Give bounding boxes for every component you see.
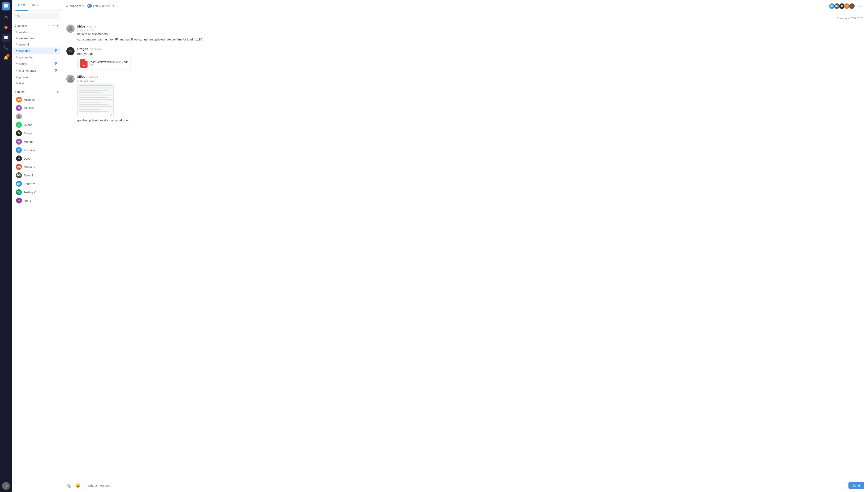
tab-chat[interactable]: Chat bbox=[16, 0, 28, 11]
channel-label: safety bbox=[19, 62, 27, 66]
search-input[interactable] bbox=[15, 13, 59, 19]
message-group-milos-2: Milos 10:25 AM (708) 726-4252 bbox=[66, 75, 864, 124]
header-more-count: +9 bbox=[849, 3, 855, 9]
channel-label: random bbox=[19, 30, 29, 34]
phone-badge-icon bbox=[87, 4, 92, 8]
attachment-icon[interactable]: 📎 bbox=[66, 482, 72, 489]
doc-line bbox=[79, 104, 108, 105]
channels-collapse-icon[interactable]: ▾ bbox=[56, 23, 59, 28]
channel-item-dispatch[interactable]: # dispatch bbox=[13, 48, 60, 54]
user-avatar-unknown bbox=[16, 114, 22, 119]
tab-sms[interactable]: SMS bbox=[28, 0, 40, 11]
header-avatars: BV DB D IT +9 bbox=[829, 3, 855, 9]
pdf-type: PDF bbox=[89, 64, 127, 66]
user-avatar-bottom[interactable]: TV bbox=[2, 482, 10, 490]
message-text-2: can someone reach out to NFI and see if … bbox=[77, 37, 864, 42]
channels-section-header: Channels ⋯ + ▾ bbox=[12, 22, 61, 29]
notification-badge: 8 bbox=[6, 54, 9, 57]
admins-menu-icon[interactable]: ⋯ bbox=[51, 90, 55, 94]
user-avatar-dragan: D bbox=[16, 130, 22, 136]
user-label: Dave B. bbox=[24, 174, 34, 177]
hash-icon: # bbox=[16, 62, 18, 66]
message-content-milos-2: Milos 10:25 AM (708) 726-4252 bbox=[77, 75, 864, 124]
admins-collapse-icon[interactable]: ▾ bbox=[56, 90, 59, 94]
user-item-marko-b[interactable]: MB Marko B. bbox=[13, 163, 60, 171]
message-content-dragan: Dragan 10:22 AM here you go PDF LoadConf… bbox=[77, 47, 864, 71]
svg-point-4 bbox=[7, 6, 7, 6]
nav-chat-icon[interactable]: 💬 bbox=[2, 34, 10, 42]
user-label: Dragan bbox=[24, 132, 33, 135]
user-item-jelena[interactable]: J Jelena bbox=[13, 121, 60, 129]
svg-point-5 bbox=[18, 115, 20, 117]
admins-header-actions: ⋯ ▾ bbox=[51, 90, 59, 94]
channels-add-icon[interactable]: + bbox=[53, 23, 55, 28]
pdf-file-icon: PDF bbox=[80, 59, 88, 68]
nav-shield-icon[interactable] bbox=[2, 24, 10, 32]
user-avatar-marko-b: MB bbox=[16, 164, 22, 170]
user-label: Boban V. bbox=[24, 182, 35, 186]
channel-item-general[interactable]: # general bbox=[13, 41, 60, 47]
user-item-unknown[interactable] bbox=[13, 112, 60, 121]
channels-menu-icon[interactable]: ⋯ bbox=[48, 23, 52, 28]
user-item-dave[interactable]: D Dave bbox=[13, 154, 60, 163]
pdf-info: LoadConfirmation13151095.pdf PDF bbox=[89, 60, 127, 66]
user-item-martina[interactable]: M Martina bbox=[13, 138, 60, 146]
pdf-name: LoadConfirmation13151095.pdf bbox=[89, 60, 127, 64]
doc-preview bbox=[77, 83, 114, 113]
channel-item-work-orders[interactable]: # work-orders bbox=[13, 35, 60, 41]
user-item-milan[interactable]: MM Milan M. bbox=[13, 96, 60, 104]
channel-item-test[interactable]: # test bbox=[13, 80, 60, 86]
check-icon: ✓ bbox=[109, 32, 111, 36]
user-item-dragan[interactable]: D Dragan bbox=[13, 129, 60, 137]
emoji-icon[interactable]: 😊 bbox=[75, 482, 81, 489]
check-icon: ✓ bbox=[204, 38, 206, 41]
send-button[interactable]: Send bbox=[848, 482, 864, 489]
channel-item-safety[interactable]: # safety bbox=[13, 60, 60, 67]
message-time: 10:25 AM bbox=[87, 75, 98, 78]
tabs-header: Chat SMS bbox=[12, 0, 61, 11]
doc-line bbox=[79, 102, 101, 102]
message-input[interactable] bbox=[84, 482, 846, 489]
message-time: 6:59 AM bbox=[87, 25, 96, 28]
chat-header: # dispatch (708) 787-2995 BV DB D IT +9 bbox=[62, 0, 868, 12]
doc-line bbox=[79, 106, 114, 107]
user-item-mitchell[interactable]: M Mitchell bbox=[13, 104, 60, 112]
user-label: Marko B. bbox=[24, 165, 35, 169]
doc-line bbox=[79, 95, 114, 96]
svg-point-9 bbox=[69, 77, 72, 79]
doc-line bbox=[79, 99, 114, 100]
image-attachment[interactable]: ✓ bbox=[77, 83, 114, 117]
message-sender: Dragan bbox=[77, 47, 88, 51]
user-avatar-igor-s: IS bbox=[16, 198, 22, 203]
channels-header-actions: ⋯ + ▾ bbox=[48, 23, 59, 28]
channel-item-accounting[interactable]: # accounting bbox=[13, 54, 60, 60]
chat-header-channel: # dispatch bbox=[66, 4, 84, 8]
hash-icon: # bbox=[16, 43, 18, 46]
user-label: Mitchell bbox=[24, 106, 34, 110]
chat-messages: Tuesday - 07/18/2023 Milos 6:59 AM (708)… bbox=[62, 12, 868, 479]
doc-line bbox=[79, 97, 108, 98]
pdf-attachment[interactable]: PDF LoadConfirmation13151095.pdf PDF bbox=[77, 57, 130, 70]
header-menu-button[interactable]: ≡ bbox=[857, 3, 864, 9]
channel-item-private[interactable]: # private bbox=[13, 74, 60, 80]
message-content-milos-1: Milos 6:59 AM (708) 726-4252 hello to al… bbox=[77, 25, 864, 43]
user-item-boban-v[interactable]: BV Boban V. bbox=[13, 180, 60, 188]
doc-line bbox=[79, 111, 108, 112]
user-item-igor-s[interactable]: IS Igor S. bbox=[13, 196, 60, 205]
user-item-dave-b[interactable]: DB Dave B. bbox=[13, 171, 60, 179]
user-item-vistracks[interactable]: V Vistracks bbox=[13, 146, 60, 154]
user-item-testing-v[interactable]: TV Testing V. bbox=[13, 188, 60, 196]
admins-title: Admins bbox=[15, 91, 25, 94]
nav-phone-icon[interactable]: 📞 bbox=[2, 44, 10, 52]
svg-point-3 bbox=[6, 6, 6, 6]
chat-input-area: 📎 😊 Send bbox=[62, 479, 868, 492]
user-label: Dave bbox=[24, 157, 30, 160]
nav-grid-icon[interactable]: ⊞ bbox=[2, 14, 10, 22]
chat-header-left: # dispatch (708) 787-2995 bbox=[66, 4, 115, 8]
user-label: Jelena bbox=[24, 123, 32, 127]
channels-title: Channels bbox=[15, 24, 27, 27]
channel-item-random[interactable]: # random bbox=[13, 29, 60, 35]
channel-item-maintenance[interactable]: # maintenance bbox=[13, 67, 60, 74]
nav-bell-icon[interactable]: 🔔 8 bbox=[2, 54, 10, 62]
doc-line bbox=[79, 92, 101, 93]
